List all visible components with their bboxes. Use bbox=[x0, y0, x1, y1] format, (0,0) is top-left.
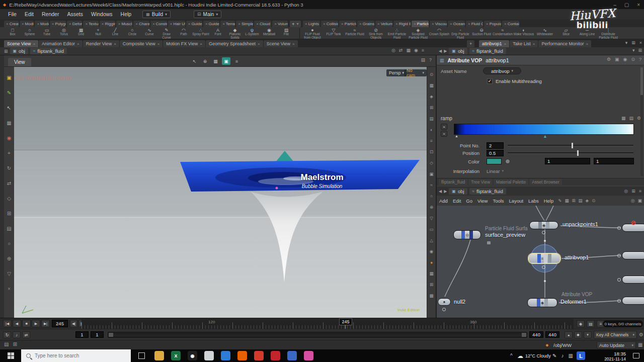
taskbar-app-button[interactable] bbox=[234, 349, 251, 362]
action-center-button[interactable] bbox=[633, 353, 639, 358]
shelf-tool-button[interactable]: ∴Emit Particle Fluid bbox=[386, 28, 408, 39]
node-flag[interactable] bbox=[544, 299, 548, 307]
node-output-ring[interactable] bbox=[542, 231, 545, 234]
shelf-tool-button[interactable]: ◦Drip Particle Fluid bbox=[450, 28, 471, 39]
shelf-tool-button[interactable]: ─Along Line bbox=[577, 28, 598, 39]
path-swap-icon[interactable]: ⇄ bbox=[399, 48, 403, 53]
tab-close-icon[interactable]: × bbox=[586, 42, 588, 46]
tab-close-icon[interactable]: × bbox=[395, 22, 398, 26]
shelf-tab[interactable]: ×Container bbox=[502, 21, 519, 27]
node-input-ring[interactable] bbox=[617, 254, 621, 257]
keying-option-icon[interactable]: ▾ bbox=[584, 331, 592, 338]
display-option-icon[interactable]: ▤ bbox=[427, 113, 436, 124]
network-menu-item[interactable]: View bbox=[475, 198, 490, 204]
ramp-delete-point-button[interactable]: × bbox=[441, 124, 447, 130]
viewport-tool-icon[interactable]: ↻ bbox=[4, 160, 14, 175]
shelf-tool-button[interactable]: ◉Metaball bbox=[261, 28, 278, 39]
display-option-icon[interactable]: △ bbox=[427, 235, 436, 246]
net-menu-icon[interactable]: ≡ bbox=[639, 189, 641, 194]
node-label-deformer1[interactable]: Deformer1 bbox=[560, 299, 587, 305]
viewport-tool-icon[interactable]: ○ bbox=[4, 236, 14, 251]
menu-item[interactable]: Render bbox=[38, 11, 63, 17]
keying-option-icon[interactable]: ◆ bbox=[574, 331, 582, 338]
display-option-icon[interactable]: ⊕ bbox=[427, 202, 436, 213]
tab-close-icon[interactable]: × bbox=[256, 22, 259, 26]
range-end2-field[interactable]: 440 bbox=[545, 331, 559, 338]
ramp-point-marker-selected[interactable]: ▲ bbox=[543, 134, 547, 139]
viewport-mode-icon[interactable]: ⊕ bbox=[201, 57, 209, 65]
node-label-attribvop1[interactable]: attribvop1 bbox=[565, 254, 589, 260]
slider-handle[interactable] bbox=[577, 150, 579, 156]
display-option-icon[interactable]: ⊞ bbox=[427, 279, 436, 290]
shelf-tab[interactable]: ×Texture bbox=[83, 21, 98, 27]
shelf-tab[interactable]: ×Simple FX bbox=[236, 21, 253, 27]
ime-language-badge[interactable]: L bbox=[577, 351, 585, 360]
taskbar-app-button[interactable] bbox=[251, 349, 267, 362]
status-tool-icon[interactable]: ⊞ bbox=[13, 341, 17, 347]
tab-close-icon[interactable]: × bbox=[468, 22, 470, 26]
pane-tab[interactable]: Composite View× bbox=[120, 40, 163, 47]
viewport-mode-icon[interactable]: ≡ bbox=[232, 57, 241, 65]
shelf-tool-button[interactable]: ◠Crown Splash bbox=[429, 28, 450, 39]
weather-widget[interactable]: ☁ 12°C Cloudy bbox=[517, 349, 551, 362]
tab-close-icon[interactable]: × bbox=[102, 22, 104, 26]
node-flag[interactable] bbox=[548, 254, 551, 263]
shelf-tool-button[interactable]: ▦Grid bbox=[72, 28, 90, 39]
pane-tab[interactable]: Take List× bbox=[510, 40, 538, 47]
pane-tab[interactable]: Animation Editor× bbox=[39, 40, 83, 47]
taskbar-app-button[interactable] bbox=[201, 349, 217, 362]
tab-close-icon[interactable]: × bbox=[258, 42, 260, 46]
shelf-tool-button[interactable]: ⋮Distribute Particle Fluid bbox=[598, 28, 619, 39]
taskbar-app-button[interactable] bbox=[267, 349, 284, 362]
param-header-icon[interactable]: ▣ bbox=[615, 57, 619, 62]
range-slider-left-grip[interactable] bbox=[109, 333, 113, 337]
path-grid-icon[interactable]: ⊞ bbox=[638, 48, 642, 53]
tray-icon[interactable]: ✎ bbox=[552, 353, 556, 358]
menu-item[interactable]: Windows bbox=[87, 11, 117, 17]
current-path-label[interactable]: /obj/WW bbox=[553, 342, 572, 348]
window-maximize-button[interactable]: ▢ bbox=[624, 2, 629, 8]
tab-close-icon[interactable]: × bbox=[205, 22, 208, 26]
playback-option-icon[interactable]: ♪ bbox=[13, 331, 21, 338]
ramp-option-icon[interactable]: ▤ bbox=[629, 116, 633, 121]
window-minimize-button[interactable]: – bbox=[613, 2, 616, 8]
shelf-tool-button[interactable]: ○Circle bbox=[124, 28, 141, 39]
network-menu-item[interactable]: Layout bbox=[507, 198, 526, 204]
keying-option-icon[interactable]: ● bbox=[565, 331, 573, 338]
shelf-tool-button[interactable]: ◐Make Viscous bbox=[513, 28, 534, 39]
shelf-tool-button[interactable]: ⊖Suction Fluid bbox=[471, 28, 492, 39]
pane-add-tab-button[interactable]: + bbox=[467, 40, 474, 47]
tab-close-icon[interactable]: × bbox=[341, 22, 344, 26]
shelf-tab[interactable]: ×Guide B bbox=[203, 21, 219, 27]
display-option-icon[interactable]: ▭ bbox=[427, 224, 436, 235]
display-option-icon[interactable]: ≡ bbox=[427, 135, 436, 146]
tab-close-icon[interactable]: × bbox=[188, 22, 191, 26]
pane-tab[interactable]: Render View× bbox=[83, 40, 119, 47]
node-output-ring[interactable] bbox=[442, 308, 446, 311]
network-pane-tab[interactable]: Material Palette bbox=[494, 179, 528, 185]
shelf-tab[interactable]: ×Collisions bbox=[321, 21, 338, 27]
display-option-icon[interactable]: ▦ bbox=[427, 268, 436, 279]
status-tool-icon[interactable]: ▤ bbox=[4, 341, 9, 347]
pane-tab[interactable]: Scene View× bbox=[264, 40, 298, 47]
shelf-tab[interactable]: ×Polygon bbox=[50, 21, 66, 27]
shelf-tool-button[interactable]: ○Sphere bbox=[21, 28, 38, 39]
net-path-node-chip[interactable]: ≈fliptank_fluid bbox=[469, 188, 506, 195]
shelf-tab[interactable]: ×Muscles bbox=[116, 21, 133, 27]
viewport-tool-icon[interactable]: ▽ bbox=[4, 266, 14, 281]
shelf-tool-button[interactable]: ╱Line bbox=[107, 28, 124, 39]
range-slider[interactable] bbox=[108, 332, 527, 338]
tab-close-icon[interactable]: × bbox=[33, 42, 35, 46]
pane-tab[interactable]: Performance Monitor× bbox=[538, 40, 591, 47]
range-start-field[interactable]: 1 bbox=[75, 331, 89, 338]
shelf-tab[interactable]: ×Volume bbox=[272, 21, 288, 27]
viewport-tool-icon[interactable]: × bbox=[4, 281, 14, 296]
shelf-tab[interactable]: ×Lights and bbox=[303, 21, 320, 27]
net-back-icon[interactable]: ◀ bbox=[439, 189, 442, 194]
network-snapshot-icon[interactable]: ▣ bbox=[637, 198, 642, 203]
playback-option-icon[interactable]: ⇄ bbox=[22, 331, 30, 338]
viewport-tool-icon[interactable]: ⊞ bbox=[4, 206, 14, 221]
display-option-icon[interactable]: ◇ bbox=[427, 157, 436, 168]
point-no-field[interactable]: 2 bbox=[487, 142, 504, 149]
path-cam-icon[interactable]: ◉ bbox=[414, 48, 418, 53]
